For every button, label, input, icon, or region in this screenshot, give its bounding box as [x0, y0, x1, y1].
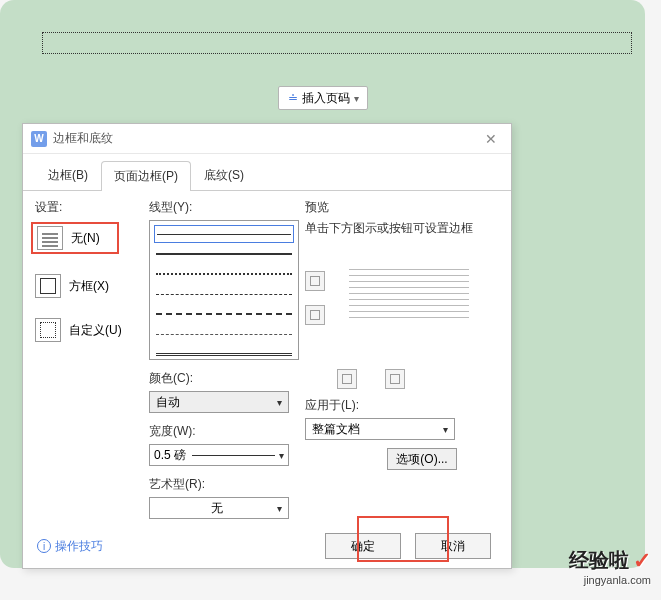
setting-custom-label: 自定义(U) [69, 322, 122, 339]
header-placeholder[interactable] [42, 32, 632, 54]
settings-column: 设置: 无(N) 方框(X) 自定义(U) [35, 199, 143, 533]
tab-shading[interactable]: 底纹(S) [191, 160, 257, 190]
preview-label: 预览 [305, 199, 499, 216]
art-select[interactable]: 无 ▾ [149, 497, 289, 519]
chevron-down-icon: ▾ [443, 424, 448, 435]
line-style-label: 线型(Y): [149, 199, 299, 216]
border-bottom-button[interactable] [305, 305, 325, 325]
border-left-button[interactable] [337, 369, 357, 389]
cancel-button[interactable]: 取消 [415, 533, 491, 559]
line-option-solid-med[interactable] [154, 245, 294, 263]
chevron-down-icon: ▾ [279, 450, 284, 461]
info-icon: i [37, 539, 51, 553]
ok-button[interactable]: 确定 [325, 533, 401, 559]
tab-page-border[interactable]: 页面边框(P) [101, 161, 191, 191]
insert-page-number-label: 插入页码 [302, 90, 350, 107]
art-value: 无 [211, 500, 223, 517]
preview-column: 预览 单击下方图示或按钮可设置边框 应用于(L): 整篇文档 ▾ [305, 199, 499, 533]
apply-label: 应用于(L): [305, 397, 499, 414]
chevron-down-icon: ▾ [277, 503, 282, 514]
dialog-title: 边框和底纹 [53, 130, 479, 147]
none-icon [37, 226, 63, 250]
line-option-dash-fine[interactable] [154, 285, 294, 303]
chevron-down-icon: ▾ [354, 93, 359, 104]
width-label: 宽度(W): [149, 423, 299, 440]
tab-bar: 边框(B) 页面边框(P) 底纹(S) [23, 154, 511, 191]
setting-none-label: 无(N) [71, 230, 100, 247]
width-select[interactable]: 0.5 磅 ▾ [149, 444, 289, 466]
watermark: 经验啦 ✓ jingyanla.com [569, 547, 651, 586]
close-button[interactable]: ✕ [479, 127, 503, 151]
page-number-icon: ≐ [288, 91, 298, 105]
settings-label: 设置: [35, 199, 143, 216]
close-icon: ✕ [485, 131, 497, 147]
setting-box[interactable]: 方框(X) [35, 274, 143, 298]
line-option-dashdot[interactable] [154, 325, 294, 343]
tab-border[interactable]: 边框(B) [35, 160, 101, 190]
apply-value: 整篇文档 [312, 421, 360, 438]
highlight-none: 无(N) [31, 222, 119, 254]
art-label: 艺术型(R): [149, 476, 299, 493]
line-option-dashed[interactable] [154, 305, 294, 323]
cancel-label: 取消 [441, 538, 465, 555]
style-column: 线型(Y): 颜色(C): 自动 ▾ 宽度(W): 0 [149, 199, 299, 533]
setting-box-label: 方框(X) [69, 278, 109, 295]
line-option-dotted[interactable] [154, 265, 294, 283]
watermark-url: jingyanla.com [569, 574, 651, 586]
preview-document [349, 269, 469, 323]
tips-label: 操作技巧 [55, 538, 103, 555]
color-value: 自动 [156, 394, 180, 411]
app-icon: W [31, 131, 47, 147]
setting-none[interactable]: 无(N) [37, 226, 113, 250]
borders-shading-dialog: W 边框和底纹 ✕ 边框(B) 页面边框(P) 底纹(S) 设置: 无(N) 方… [22, 123, 512, 569]
preview-area [305, 267, 499, 387]
width-preview-line [192, 455, 275, 456]
preview-hint: 单击下方图示或按钮可设置边框 [305, 220, 499, 237]
width-value: 0.5 磅 [154, 447, 186, 464]
setting-custom[interactable]: 自定义(U) [35, 318, 143, 342]
color-select[interactable]: 自动 ▾ [149, 391, 289, 413]
box-icon [35, 274, 61, 298]
line-style-list[interactable] [149, 220, 299, 360]
line-option-solid-thin[interactable] [154, 225, 294, 243]
line-option-double[interactable] [154, 345, 294, 360]
options-label: 选项(O)... [396, 451, 447, 468]
options-button[interactable]: 选项(O)... [387, 448, 457, 470]
border-right-button[interactable] [385, 369, 405, 389]
chevron-down-icon: ▾ [277, 397, 282, 408]
tips-link[interactable]: i 操作技巧 [37, 538, 103, 555]
watermark-text: 经验啦 [569, 547, 629, 574]
dialog-footer: i 操作技巧 确定 取消 [23, 524, 511, 568]
insert-page-number-button[interactable]: ≐ 插入页码 ▾ [278, 86, 368, 110]
check-icon: ✓ [633, 548, 651, 574]
custom-icon [35, 318, 61, 342]
dialog-titlebar: W 边框和底纹 ✕ [23, 124, 511, 154]
border-top-button[interactable] [305, 271, 325, 291]
dialog-content: 设置: 无(N) 方框(X) 自定义(U) 线型(Y [23, 191, 511, 543]
color-label: 颜色(C): [149, 370, 299, 387]
apply-select[interactable]: 整篇文档 ▾ [305, 418, 455, 440]
ok-label: 确定 [351, 538, 375, 555]
